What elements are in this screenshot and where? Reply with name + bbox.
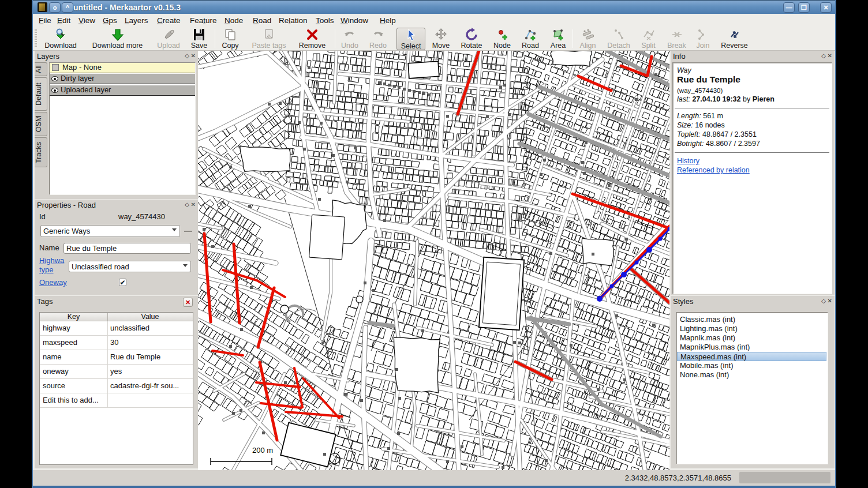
svg-text:200 m: 200 m bbox=[252, 446, 273, 455]
